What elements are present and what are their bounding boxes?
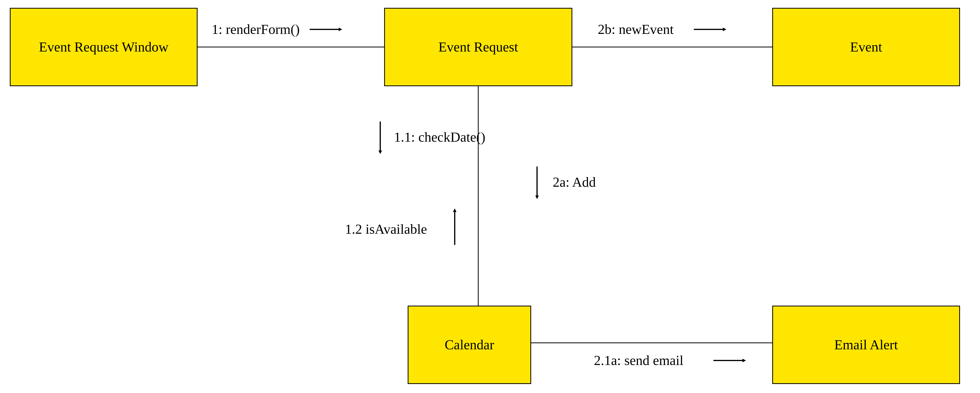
node-event-request: Event Request: [384, 8, 572, 86]
node-calendar: Calendar: [408, 305, 531, 384]
node-event-request-window: Event Request Window: [10, 8, 197, 86]
node-label: Email Alert: [834, 337, 898, 353]
message-check-date: 1.1: checkDate(): [394, 129, 485, 145]
message-send-email: 2.1a: send email: [594, 353, 684, 368]
node-event: Event: [772, 8, 960, 86]
node-email-alert: Email Alert: [772, 305, 960, 384]
message-render-form: 1: renderForm(): [212, 22, 300, 37]
node-label: Event Request: [439, 39, 518, 55]
message-new-event: 2b: newEvent: [598, 22, 674, 37]
node-label: Calendar: [445, 337, 494, 353]
node-label: Event Request Window: [39, 39, 169, 55]
collaboration-diagram: Event Request Window Event Request Event…: [0, 0, 980, 393]
message-add: 2a: Add: [553, 174, 596, 190]
node-label: Event: [850, 39, 882, 55]
message-is-available: 1.2 isAvailable: [345, 221, 427, 237]
